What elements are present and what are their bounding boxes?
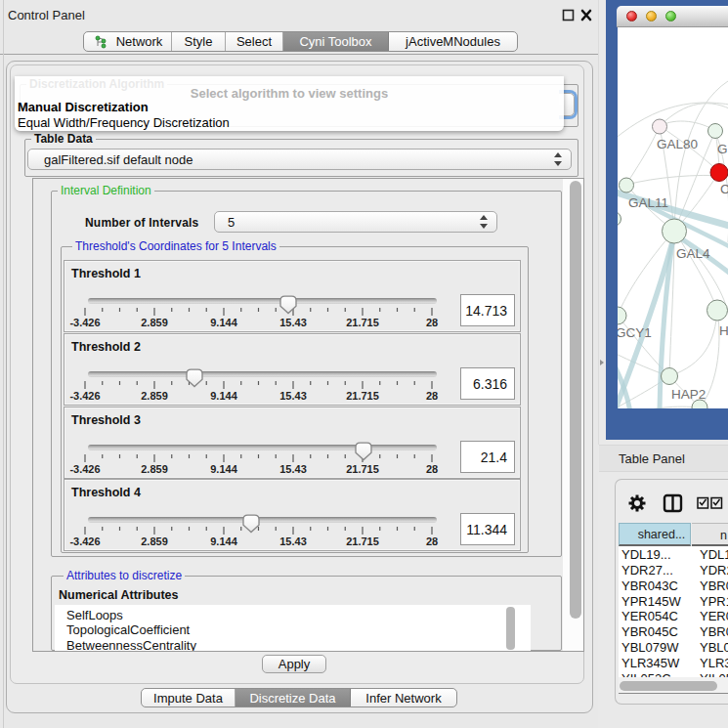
svg-text:C: C [720,182,728,196]
svg-text:GAL11: GAL11 [628,195,668,210]
svg-text:GAL4: GAL4 [676,246,710,261]
svg-text:H: H [719,323,728,338]
svg-text:G.: G. [717,142,728,156]
svg-text:GAL80: GAL80 [657,137,698,151]
svg-text:GCY1: GCY1 [618,325,652,340]
svg-text:HAP2: HAP2 [671,387,706,402]
